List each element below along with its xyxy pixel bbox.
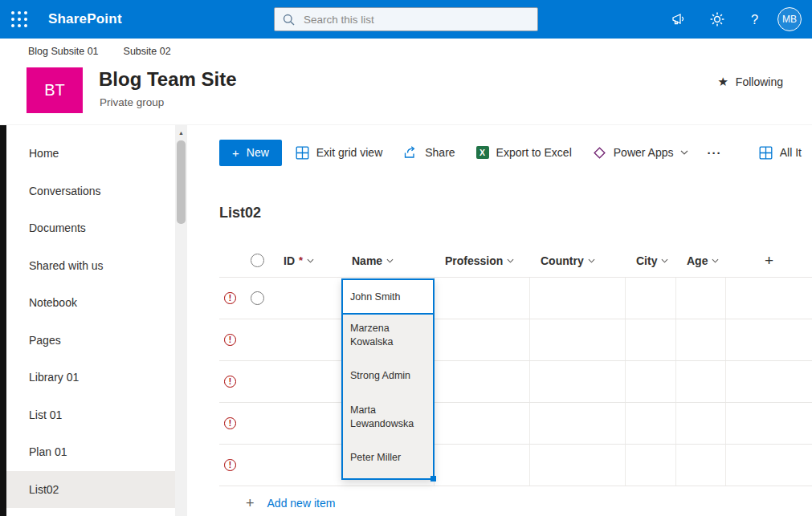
column-header-age[interactable]: Age xyxy=(676,244,726,277)
cell-country[interactable] xyxy=(530,403,626,444)
plus-icon: + xyxy=(232,147,239,159)
view-selector-area: All It xyxy=(749,138,812,167)
scroll-up-arrow-icon[interactable]: ▲ xyxy=(175,127,187,139)
main-content: + New Exit grid view xyxy=(187,125,812,516)
cell-profession[interactable] xyxy=(435,403,530,444)
cell-id[interactable] xyxy=(273,278,341,319)
cell-id[interactable] xyxy=(273,445,341,486)
sidebar-item-list02[interactable]: List02 xyxy=(6,471,175,509)
following-button[interactable]: ★ Following xyxy=(717,75,783,89)
cell-country[interactable] xyxy=(530,278,626,319)
more-commands-button[interactable]: ··· xyxy=(699,138,729,167)
cell-id[interactable] xyxy=(273,361,341,402)
error-icon: ! xyxy=(224,376,236,388)
sidebar-item-documents[interactable]: Documents xyxy=(6,209,175,247)
share-label: Share xyxy=(425,146,455,159)
column-label: ID xyxy=(284,254,295,267)
select-all-cell xyxy=(241,244,273,277)
add-new-item-button[interactable]: Add new item xyxy=(267,497,336,510)
chevron-down-icon xyxy=(661,258,668,263)
breadcrumb: Blog Subsite 01 Subsite 02 xyxy=(28,46,171,57)
cell-filler xyxy=(726,361,812,402)
plus-icon: + xyxy=(246,496,255,510)
power-apps-label: Power Apps xyxy=(614,146,674,159)
cell-id[interactable] xyxy=(273,319,341,360)
sidebar-item-home[interactable]: Home xyxy=(6,135,175,173)
export-to-excel-button[interactable]: X Export to Excel xyxy=(466,138,582,167)
settings-button[interactable] xyxy=(698,0,736,39)
cell-city[interactable] xyxy=(626,319,676,360)
power-apps-button[interactable]: Power Apps xyxy=(582,138,700,167)
cell-city[interactable] xyxy=(626,403,676,444)
site-logo[interactable]: BT xyxy=(27,67,83,113)
cell-age[interactable] xyxy=(676,445,726,486)
following-label: Following xyxy=(736,75,783,88)
sidebar-item-shared-with-us[interactable]: Shared with us xyxy=(6,247,175,285)
column-header-profession[interactable]: Profession xyxy=(435,244,530,277)
cell-filler xyxy=(726,445,812,486)
breadcrumb-item-subsite-02[interactable]: Subsite 02 xyxy=(124,46,171,57)
select-all-circle[interactable] xyxy=(251,254,264,267)
suite-header: SharePoint xyxy=(0,0,812,39)
exit-grid-view-button[interactable]: Exit grid view xyxy=(285,138,393,167)
column-header-city[interactable]: City xyxy=(626,244,676,277)
column-header-id[interactable]: ID * xyxy=(273,244,341,277)
row-error-cell: ! xyxy=(219,361,241,402)
cell-age[interactable] xyxy=(676,278,726,319)
error-icon: ! xyxy=(224,334,236,346)
sidebar-item-list-01[interactable]: List 01 xyxy=(6,396,175,434)
share-button[interactable]: Share xyxy=(393,138,465,167)
cell-age[interactable] xyxy=(676,319,726,360)
sidebar-item-pages[interactable]: Pages xyxy=(6,322,175,360)
required-asterisk: * xyxy=(299,254,303,266)
dropdown-option-strong-admin[interactable]: Strong Admin xyxy=(343,356,433,396)
gear-icon xyxy=(709,11,725,27)
dropdown-resize-handle[interactable] xyxy=(430,476,436,481)
cell-profession[interactable] xyxy=(435,445,530,486)
dropdown-option-marta-lewandowska[interactable]: Marta Lewandowska xyxy=(343,396,433,437)
app-launcher-button[interactable] xyxy=(0,0,39,39)
row-select-cell xyxy=(241,361,273,402)
sidebar-item-notebook[interactable]: Notebook xyxy=(6,284,175,322)
sidebar-item-plan-01[interactable]: Plan 01 xyxy=(6,433,175,471)
site-title[interactable]: Blog Team Site xyxy=(99,68,237,91)
cell-age[interactable] xyxy=(676,361,726,402)
cell-city[interactable] xyxy=(626,361,676,402)
column-header-country[interactable]: Country xyxy=(530,244,626,277)
feedback-megaphone-button[interactable] xyxy=(660,0,698,39)
table-row: ! xyxy=(219,319,812,361)
cell-id[interactable] xyxy=(273,403,341,444)
sidebar-item-conversations[interactable]: Conversations xyxy=(6,173,175,210)
table-row: ! xyxy=(219,445,812,486)
cell-profession[interactable] xyxy=(435,278,530,319)
help-button[interactable]: ? xyxy=(736,0,773,39)
column-label: City xyxy=(636,254,657,267)
sharepoint-logo-text[interactable]: SharePoint xyxy=(48,11,122,27)
row-select-circle[interactable] xyxy=(251,291,264,305)
column-header-name[interactable]: Name xyxy=(341,244,435,277)
name-cell-editor[interactable]: John Smith xyxy=(343,280,433,315)
breadcrumb-item-blog-subsite-01[interactable]: Blog Subsite 01 xyxy=(28,46,99,57)
sidebar-item-library-01[interactable]: Library 01 xyxy=(6,359,175,396)
cell-country[interactable] xyxy=(530,319,626,360)
dropdown-option-peter-miller[interactable]: Peter Miller xyxy=(343,437,433,478)
row-select-cell xyxy=(241,278,273,319)
add-column-button[interactable]: + xyxy=(765,253,773,268)
cell-age[interactable] xyxy=(676,403,726,444)
scrollbar-thumb[interactable] xyxy=(177,140,186,224)
cell-country[interactable] xyxy=(530,445,626,486)
new-button[interactable]: + New xyxy=(219,140,282,166)
cell-country[interactable] xyxy=(530,361,626,402)
command-bar: + New Exit grid view xyxy=(219,138,812,167)
view-selector-button[interactable]: All It xyxy=(749,138,812,167)
dropdown-option-marzena-kowalska[interactable]: Marzena Kowalska xyxy=(343,315,433,356)
table-row: ! xyxy=(219,361,812,403)
cell-city[interactable] xyxy=(626,278,676,319)
cell-profession[interactable] xyxy=(435,319,530,360)
grid-view-icon xyxy=(296,146,309,160)
account-avatar[interactable]: MB xyxy=(777,7,802,31)
cell-profession[interactable] xyxy=(435,361,530,402)
cell-city[interactable] xyxy=(626,445,676,486)
sidebar-scrollbar[interactable]: ▲ xyxy=(175,125,187,516)
search-input[interactable] xyxy=(302,13,529,26)
